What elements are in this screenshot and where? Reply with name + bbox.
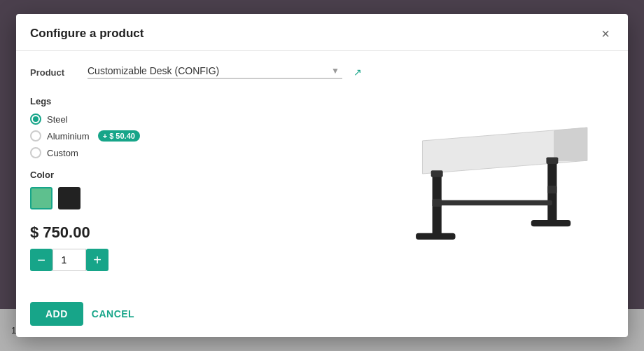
svg-rect-3 <box>416 233 455 240</box>
config-panel: Product ▼ ↗ Legs <box>30 65 362 282</box>
quantity-minus-button[interactable]: − <box>30 249 52 271</box>
price-value: $ 750.00 <box>30 223 362 242</box>
modal-footer: ADD CANCEL <box>16 294 628 337</box>
color-swatch-green[interactable] <box>30 187 52 209</box>
quantity-input[interactable] <box>52 249 86 271</box>
color-swatch-black[interactable] <box>58 187 80 209</box>
svg-rect-7 <box>547 186 556 193</box>
legs-option-aluminium[interactable]: Aluminium + $ 50.40 <box>30 130 362 142</box>
legs-steel-label: Steel <box>47 114 68 125</box>
close-button[interactable]: × <box>597 25 614 42</box>
external-link-icon[interactable]: ↗ <box>354 67 362 78</box>
modal-body: Product ▼ ↗ Legs <box>16 51 628 294</box>
radio-aluminium[interactable] <box>30 130 41 142</box>
dropdown-arrow-icon: ▼ <box>331 66 340 76</box>
legs-option-custom[interactable]: Custom <box>30 147 362 158</box>
product-label: Product <box>30 67 79 78</box>
aluminium-price-badge: + $ 50.40 <box>98 130 140 142</box>
product-field: Product ▼ ↗ <box>30 65 362 79</box>
add-button[interactable]: ADD <box>30 302 83 326</box>
price-section: $ 750.00 − + <box>30 223 362 271</box>
modal-header: Configure a product × <box>16 14 628 51</box>
color-section: Color <box>30 170 362 209</box>
configure-product-modal: Configure a product × Product ▼ ↗ Legs <box>16 14 628 337</box>
radio-steel-inner <box>33 116 38 122</box>
product-image <box>376 65 614 282</box>
legs-radio-group: Steel Aluminium + $ 50.40 Custom <box>30 113 362 158</box>
quantity-control: − + <box>30 249 362 271</box>
color-swatches <box>30 187 362 209</box>
legs-aluminium-label: Aluminium <box>47 131 90 142</box>
product-input-wrapper: ▼ <box>88 65 342 79</box>
svg-marker-1 <box>554 128 587 160</box>
legs-title: Legs <box>30 96 362 106</box>
cancel-button[interactable]: CANCEL <box>92 308 134 319</box>
svg-rect-10 <box>546 157 558 163</box>
modal-title: Configure a product <box>30 27 144 41</box>
product-input[interactable] <box>88 65 331 76</box>
color-title: Color <box>30 170 362 180</box>
legs-option-steel[interactable]: Steel <box>30 113 362 125</box>
radio-custom[interactable] <box>30 147 41 158</box>
legs-custom-label: Custom <box>47 148 78 158</box>
svg-rect-5 <box>531 220 570 226</box>
radio-steel[interactable] <box>30 113 41 125</box>
modal-overlay: Configure a product × Product ▼ ↗ Legs <box>0 0 644 351</box>
svg-rect-8 <box>437 200 552 206</box>
svg-rect-9 <box>431 170 443 177</box>
quantity-plus-button[interactable]: + <box>86 249 108 271</box>
legs-section: Legs Steel Aluminium <box>30 96 362 158</box>
desk-svg <box>383 97 607 251</box>
